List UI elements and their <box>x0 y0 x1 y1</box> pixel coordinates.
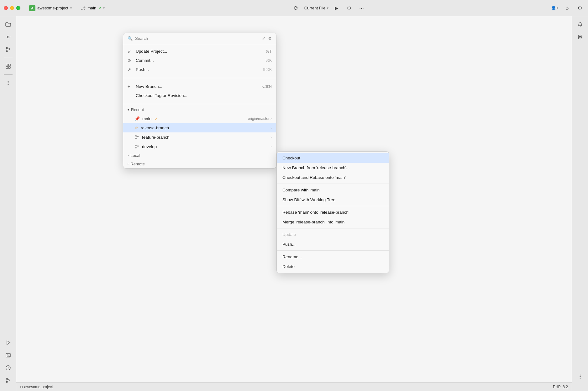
maximize-button[interactable] <box>16 6 20 10</box>
git-commit-icon[interactable] <box>3 31 14 43</box>
statusbar: ⊙ awesome-project PHP: 8.2 <box>16 382 572 391</box>
play-icon[interactable]: ▶ <box>332 4 341 13</box>
more-sidebar-icon[interactable] <box>3 77 14 88</box>
svg-point-3 <box>6 47 8 49</box>
more-options-icon[interactable]: ⋯ <box>357 4 366 13</box>
traffic-lights <box>4 6 20 10</box>
database-icon[interactable] <box>575 31 586 43</box>
context-delete[interactable]: Delete <box>277 262 389 271</box>
branch-item-main[interactable]: 📌 main ↗ origin/master › <box>123 114 276 123</box>
push-item[interactable]: ↗ Push... ⇧⌘K <box>123 65 276 74</box>
svg-point-0 <box>7 36 9 38</box>
problems-icon[interactable] <box>3 362 14 373</box>
svg-point-21 <box>6 381 8 383</box>
update-project-label: Update Project... <box>136 49 167 54</box>
star-icon: ☆ <box>134 126 138 130</box>
more-right-icon[interactable] <box>575 371 586 382</box>
terminal-icon[interactable] <box>3 350 14 361</box>
svg-point-29 <box>135 147 136 148</box>
commit-item[interactable]: ⊙ Commit... ⌘K <box>123 56 276 65</box>
project-selector[interactable]: A awesome-project ▾ <box>27 4 74 13</box>
branch-context-menu: Checkout New Branch from 'release-branch… <box>276 151 389 273</box>
run-configurations-icon[interactable] <box>3 337 14 348</box>
branch-chevron-icon: ▾ <box>103 6 105 10</box>
context-checkout[interactable]: Checkout <box>277 153 389 163</box>
svg-point-19 <box>8 369 8 369</box>
search-settings-icon[interactable]: ⚙ <box>268 36 272 41</box>
main-branch-push-icon: ↗ <box>155 116 158 121</box>
project-chevron-icon: ▾ <box>70 6 72 10</box>
update-project-item[interactable]: ↙ Update Project... ⌘T <box>123 47 276 56</box>
folder-icon[interactable] <box>3 19 14 30</box>
context-divider-2 <box>277 206 389 206</box>
plugins-icon[interactable] <box>3 61 14 72</box>
recent-section-header[interactable]: ▾ Recent <box>123 105 276 114</box>
branch-name-label: main <box>87 6 96 10</box>
branch-search-input[interactable] <box>135 36 260 41</box>
remote-section-header[interactable]: › Remote <box>123 160 276 168</box>
svg-rect-8 <box>8 64 10 66</box>
search-magnify-icon: 🔍 <box>128 36 133 41</box>
context-merge[interactable]: Merge 'release-branch' into 'main' <box>277 217 389 227</box>
new-branch-label: New Branch... <box>136 84 162 89</box>
release-branch-chevron-icon: › <box>270 126 272 130</box>
statusbar-left: ⊙ awesome-project <box>20 385 53 389</box>
commit-shortcut: ⌘K <box>265 58 272 63</box>
branch-selector[interactable]: ⎇ main ↗ ▾ <box>78 4 107 12</box>
close-button[interactable] <box>4 6 8 10</box>
new-branch-item[interactable]: + New Branch... ⌥⌘N <box>123 82 276 91</box>
context-compare[interactable]: Compare with 'main' <box>277 185 389 195</box>
content-area: 🔍 ⤢ ⚙ ↙ Update Project... ⌘T ⊙ Commit...… <box>16 16 572 391</box>
branch-item-feature[interactable]: feature-branch › <box>123 132 276 142</box>
settings-icon[interactable]: ⚙ <box>575 4 584 13</box>
notifications-icon[interactable] <box>575 19 586 30</box>
svg-point-37 <box>580 376 580 377</box>
context-show-diff[interactable]: Show Diff with Working Tree <box>277 195 389 205</box>
context-update: Update <box>277 230 389 239</box>
svg-point-12 <box>8 83 8 83</box>
svg-marker-14 <box>7 341 10 345</box>
search-icon[interactable]: ⌕ <box>563 4 572 13</box>
feature-branch-chevron-icon: › <box>270 135 272 139</box>
commit-label: Commit... <box>136 58 154 63</box>
svg-rect-7 <box>6 64 8 66</box>
statusbar-right: PHP: 8.2 <box>553 385 568 389</box>
svg-point-35 <box>578 35 582 37</box>
context-rebase[interactable]: Rebase 'main' onto 'release-branch' <box>277 207 389 217</box>
expand-icon[interactable]: ⤢ <box>262 36 265 41</box>
svg-point-34 <box>580 26 580 27</box>
svg-point-24 <box>135 135 136 136</box>
current-file-selector[interactable]: Current File ▾ <box>304 6 328 10</box>
branch-search-bar[interactable]: 🔍 ⤢ ⚙ <box>123 33 276 44</box>
local-chevron-icon: › <box>128 154 129 157</box>
svg-point-36 <box>580 375 580 376</box>
checkout-tag-label: Checkout Tag or Revision... <box>136 93 187 98</box>
right-sidebar <box>572 16 588 391</box>
titlebar-center: ⟳ Current File ▾ ▶ ⚙ ⋯ <box>292 4 366 13</box>
svg-point-28 <box>135 145 136 146</box>
context-rename[interactable]: Rename... <box>277 252 389 262</box>
develop-branch-git-icon <box>134 144 139 149</box>
project-icon: A <box>29 5 35 11</box>
svg-rect-9 <box>6 67 8 68</box>
context-checkout-rebase[interactable]: Checkout and Rebase onto 'main' <box>277 173 389 182</box>
branch-item-develop[interactable]: develop › <box>123 142 276 151</box>
actions-section: ↙ Update Project... ⌘T ⊙ Commit... ⌘K ↗ … <box>123 44 276 77</box>
branch-item-release[interactable]: ☆ release-branch › <box>123 123 276 132</box>
update-project-shortcut: ⌘T <box>266 49 272 54</box>
git-bottom-icon[interactable] <box>3 375 14 386</box>
titlebar: A awesome-project ▾ ⎇ main ↗ ▾ ⟳ Current… <box>0 0 588 16</box>
add-user-icon[interactable]: 👤+ <box>550 4 559 13</box>
context-new-branch-from[interactable]: New Branch from 'release-branch'... <box>277 163 389 173</box>
debug-icon[interactable]: ⚙ <box>345 4 354 13</box>
context-push[interactable]: Push... <box>277 239 389 249</box>
local-section-header[interactable]: › Local <box>123 151 276 160</box>
project-name: awesome-project <box>37 6 68 10</box>
sync-icon[interactable]: ⟳ <box>292 4 301 13</box>
new-branch-section: + New Branch... ⌥⌘N Checkout Tag or Revi… <box>123 79 276 103</box>
git-branch-icon[interactable] <box>3 44 14 55</box>
checkout-tag-item[interactable]: Checkout Tag or Revision... <box>123 91 276 100</box>
minimize-button[interactable] <box>10 6 14 10</box>
local-section-label: Local <box>130 153 140 158</box>
divider-1 <box>123 78 276 78</box>
